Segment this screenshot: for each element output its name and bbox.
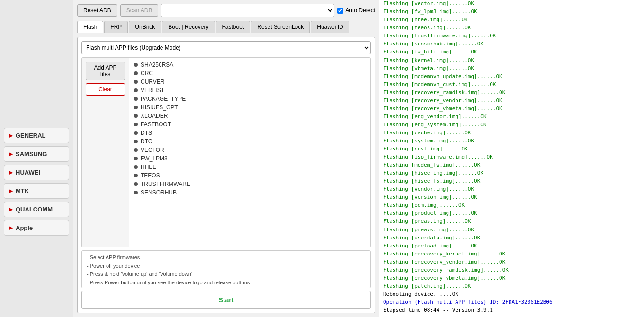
log-line: Flashing [isp_firmware.img]......OK (383, 153, 640, 161)
file-dot (134, 71, 138, 75)
file-item: SENSORHUB (134, 188, 366, 197)
log-line: Flashing [fw_hifi.img]......OK (383, 48, 640, 56)
clear-button[interactable]: Clear (86, 83, 125, 96)
file-dot (134, 97, 138, 101)
log-line: Flashing [version.img]......OK (383, 193, 640, 201)
file-item: TRUSTFIRMWARE (134, 180, 366, 188)
sidebar-item-label: GENERAL (16, 132, 46, 139)
tab-reset_screenlock[interactable]: Reset ScreenLock (251, 21, 310, 33)
auto-detect-label[interactable]: Auto Detect (345, 7, 375, 14)
sidebar-item-mtk[interactable]: ▶MTK (4, 183, 69, 199)
log-line: Flashing [hisee_img.img]......OK (383, 169, 640, 177)
file-list: SHA256RSACRCCURVERVERLISTPACKAGE_TYPEHIS… (129, 58, 370, 247)
file-name: DTS (141, 130, 152, 136)
sidebar-item-label: Apple (16, 224, 33, 231)
log-line: Flashing [eng_vendor.img]......OK (383, 113, 640, 121)
main-area: Reset ADB Scan ADB Auto Detect FlashFRPU… (73, 0, 379, 317)
log-line: Flashing [erecovery_vendor.img]......OK (383, 258, 640, 266)
log-line: Flashing [odm.img]......OK (383, 201, 640, 209)
file-dot (134, 148, 138, 152)
file-name: FW_LPM3 (141, 155, 168, 162)
file-name: VECTOR (141, 147, 164, 153)
sidebar-item-qualcomm[interactable]: ▶QUALCOMM (4, 202, 69, 217)
file-name: TRUSTFIRMWARE (141, 181, 190, 187)
file-name: FASTBOOT (141, 121, 171, 128)
sidebar-item-samsung[interactable]: ▶SAMSUNG (4, 146, 69, 162)
sidebar-item-label: MTK (16, 187, 29, 194)
file-item: FASTBOOT (134, 120, 366, 129)
instruction-line: - Press & hold 'Volume up' and 'Volume d… (87, 270, 366, 279)
scan-adb-button[interactable]: Scan ADB (120, 4, 159, 17)
file-item: HISIUFS_GPT (134, 103, 366, 112)
tab-unbrick[interactable]: UnBrick (129, 21, 161, 33)
auto-detect-wrap: Auto Detect (337, 7, 375, 14)
sidebar-item-general[interactable]: ▶GENERAL (4, 128, 69, 143)
file-item: CRC (134, 69, 366, 78)
tab-fastboot[interactable]: Fastboot (216, 21, 250, 33)
file-dot (134, 182, 138, 186)
log-line: Flashing [recovery_vbmeta.img]......OK (383, 105, 640, 113)
log-line: Flashing [modemnvm_update.img]......OK (383, 72, 640, 80)
file-name: DTO (141, 138, 152, 145)
file-item: VERLIST (134, 86, 366, 95)
log-line: Flashing [erecovery_vbmeta.img]......OK (383, 274, 640, 282)
file-item: PACKAGE_TYPE (134, 95, 366, 103)
file-item: VECTOR (134, 146, 366, 154)
log-line: Flashing [erecovery_kernel.img]......OK (383, 250, 640, 258)
log-line: Flashing [erecovery_ramdisk.img]......OK (383, 266, 640, 274)
chevron-right-icon: ▶ (9, 188, 13, 194)
auto-detect-checkbox[interactable] (337, 8, 343, 14)
file-dot (134, 114, 138, 118)
reset-adb-button[interactable]: Reset ADB (77, 4, 117, 17)
log-panel: Flashing [xloader.img]......OKFlashing [… (379, 0, 644, 317)
mode-select[interactable]: Flash multi APP files (Upgrade Mode)Flas… (81, 41, 371, 54)
log-line: Flashing [system.img]......OK (383, 137, 640, 145)
file-item: DTS (134, 129, 366, 137)
sidebar-item-apple[interactable]: ▶Apple (4, 220, 69, 236)
log-line: Rebooting device......OK (383, 290, 640, 298)
chevron-right-icon: ▶ (9, 170, 13, 175)
port-select[interactable] (161, 4, 334, 17)
log-line: Flashing [modemnvm_cust.img]......OK (383, 80, 640, 88)
tab-flash[interactable]: Flash (77, 21, 103, 33)
file-name: CRC (141, 70, 153, 77)
chevron-right-icon: ▶ (9, 133, 13, 138)
topbar: Reset ADB Scan ADB Auto Detect (77, 4, 375, 17)
file-name: SHA256RSA (141, 62, 173, 68)
log-line: Flashing [recovery_ramdisk.img]......OK (383, 88, 640, 97)
tab-huawei_id[interactable]: Huawei ID (311, 21, 349, 33)
log-line: Flashing [vbmeta.img]......OK (383, 64, 640, 72)
log-line: Flashing [modem_fw.img]......OK (383, 161, 640, 169)
file-name: TEEOS (141, 172, 160, 179)
log-line: Flashing [trustfirmware.img]......OK (383, 32, 640, 40)
file-name: VERLIST (141, 87, 164, 94)
sidebar-item-huawei[interactable]: ▶HUAWEI (4, 165, 69, 180)
content-area: Flash multi APP files (Upgrade Mode)Flas… (77, 37, 375, 313)
tab-boot_recovery[interactable]: Boot | Recovery (162, 21, 215, 33)
file-panel: Add APP files Clear SHA256RSACRCCURVERVE… (81, 57, 371, 247)
file-item: DTO (134, 137, 366, 146)
log-line: Flashing [hhee.img]......OK (383, 16, 640, 24)
instructions-panel: - Select APP firmwares- Power off your d… (81, 250, 371, 288)
instruction-line: - Select APP firmwares (87, 254, 366, 262)
log-line: Flashing [preload.img]......OK (383, 242, 640, 250)
log-line: Flashing [vendor.img]......OK (383, 185, 640, 193)
log-line: Flashing [cache.img]......OK (383, 129, 640, 137)
start-button[interactable]: Start (81, 291, 371, 309)
log-line: Flashing [patch.img]......OK (383, 282, 640, 290)
file-item: XLOADER (134, 112, 366, 120)
add-app-files-button[interactable]: Add APP files (86, 62, 125, 80)
file-dot (134, 191, 138, 194)
file-item: CURVER (134, 78, 366, 86)
file-name: SENSORHUB (141, 189, 177, 196)
log-line: Flashing [fw_lpm3.img]......OK (383, 8, 640, 16)
chevron-right-icon: ▶ (9, 151, 13, 157)
tab-frp[interactable]: FRP (104, 21, 128, 33)
file-name: XLOADER (141, 113, 168, 119)
sidebar: ▶GENERAL▶SAMSUNG▶HUAWEI▶MTK▶QUALCOMM▶App… (0, 0, 73, 317)
file-dot (134, 123, 138, 126)
file-item: TEEOS (134, 171, 366, 180)
log-line: Flashing [kernel.img]......OK (383, 56, 640, 64)
chevron-right-icon: ▶ (9, 207, 13, 212)
file-dot (134, 140, 138, 143)
